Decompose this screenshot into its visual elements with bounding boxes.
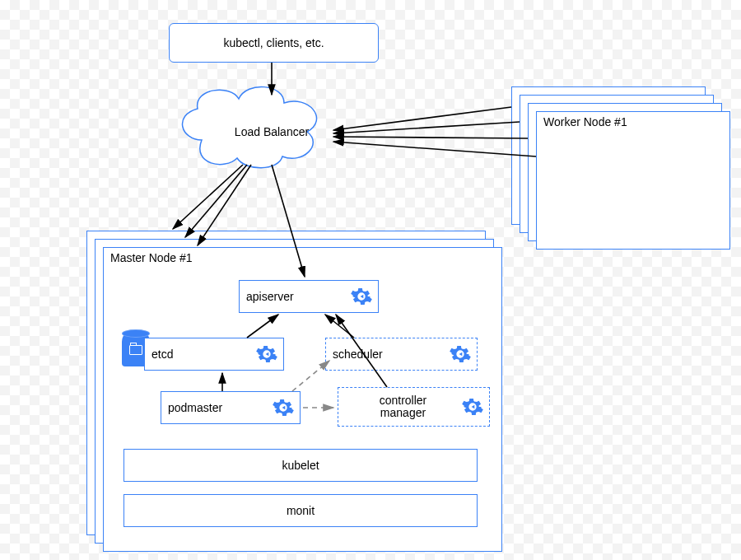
svg-line-6 — [333, 107, 511, 130]
svg-line-10 — [173, 165, 243, 229]
svg-line-11 — [185, 165, 247, 237]
controller-manager-label: controller manager — [345, 394, 461, 420]
gear-icon — [449, 343, 472, 366]
scheduler-box: scheduler — [325, 338, 478, 371]
etcd-label: etcd — [151, 348, 255, 361]
svg-line-7 — [333, 122, 520, 133]
clients-box: kubectl, clients, etc. — [169, 23, 379, 63]
etcd-box: etcd — [144, 338, 284, 371]
gear-icon — [461, 395, 484, 418]
monit-box: monit — [124, 494, 478, 527]
gear-icon — [350, 285, 373, 308]
podmaster-label: podmaster — [168, 401, 272, 414]
master-panel-title: Master Node #1 — [110, 251, 193, 264]
worker-panel-title: Worker Node #1 — [543, 115, 627, 128]
load-balancer-label: Load Balancer — [218, 125, 325, 138]
svg-line-8 — [333, 137, 528, 138]
diagram-canvas: kubectl, clients, etc. Worker Node #1 Ma… — [0, 0, 741, 560]
apiserver-box: apiserver — [239, 280, 379, 313]
scheduler-label: scheduler — [333, 348, 449, 361]
clients-label: kubectl, clients, etc. — [223, 36, 324, 49]
controller-manager-box: controller manager — [338, 387, 490, 427]
svg-line-9 — [333, 142, 536, 156]
worker-panel-front: Worker Node #1 — [536, 111, 730, 250]
monit-label: monit — [287, 504, 315, 517]
kubelet-label: kubelet — [282, 459, 319, 472]
folder-icon — [129, 345, 142, 355]
kubelet-box: kubelet — [124, 449, 478, 482]
gear-icon — [272, 396, 295, 419]
gear-icon — [255, 343, 278, 366]
podmaster-box: podmaster — [161, 391, 301, 424]
apiserver-label: apiserver — [246, 290, 350, 303]
